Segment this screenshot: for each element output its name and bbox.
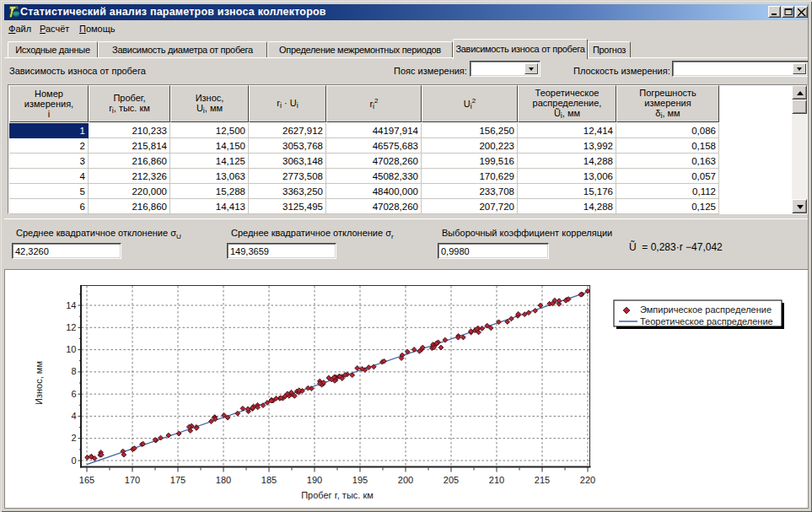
svg-text:185: 185 xyxy=(261,475,277,485)
svg-text:0: 0 xyxy=(71,455,76,466)
svg-text:205: 205 xyxy=(444,475,459,485)
svg-text:220: 220 xyxy=(580,475,595,485)
svg-text:190: 190 xyxy=(307,475,322,485)
svg-text:12: 12 xyxy=(66,322,76,332)
svg-text:6: 6 xyxy=(71,389,76,399)
svg-text:215: 215 xyxy=(535,475,550,485)
svg-text:8: 8 xyxy=(71,366,76,376)
svg-text:2: 2 xyxy=(71,433,76,443)
svg-text:Износ, мм: Износ, мм xyxy=(34,361,44,405)
svg-text:180: 180 xyxy=(216,475,231,485)
svg-text:195: 195 xyxy=(352,475,368,485)
svg-text:165: 165 xyxy=(79,475,94,485)
svg-text:Эмпирическое распределение: Эмпирическое распределение xyxy=(640,305,772,315)
svg-text:210: 210 xyxy=(489,475,504,485)
svg-text:Пробег r, тыс. км: Пробег r, тыс. км xyxy=(301,490,374,500)
svg-text:10: 10 xyxy=(66,344,76,354)
svg-text:170: 170 xyxy=(125,475,140,485)
svg-text:175: 175 xyxy=(170,475,186,485)
svg-text:200: 200 xyxy=(398,475,413,485)
svg-text:14: 14 xyxy=(66,300,76,310)
svg-text:Теоретическое распределение: Теоретическое распределение xyxy=(640,316,773,326)
svg-text:4: 4 xyxy=(71,411,76,421)
